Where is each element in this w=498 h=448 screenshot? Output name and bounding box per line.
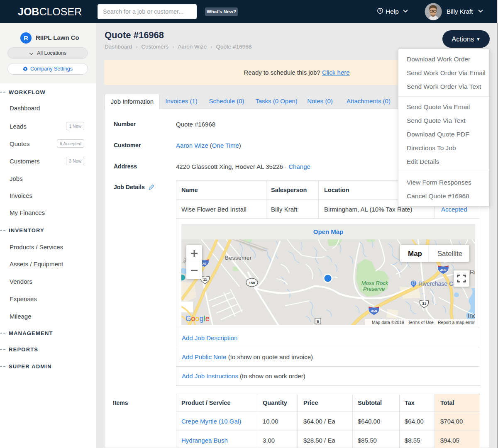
svg-text:Preserve: Preserve	[363, 286, 385, 292]
svg-text:Riverchase Gal: Riverchase Gal	[418, 280, 458, 287]
svg-text:Bessemer: Bessemer	[225, 255, 252, 261]
svg-text:Map data ©2019: Map data ©2019	[372, 320, 404, 325]
svg-text:Terms of Use: Terms of Use	[408, 320, 434, 325]
svg-text:R: R	[24, 34, 28, 41]
svg-text:20: 20	[202, 262, 206, 266]
svg-text:Map: Map	[408, 250, 422, 258]
svg-text:G: G	[186, 314, 191, 323]
svg-text:o: o	[195, 314, 200, 323]
svg-text:e: e	[205, 314, 210, 323]
svg-text:11: 11	[203, 278, 207, 282]
svg-text:l: l	[204, 314, 205, 323]
svg-text:6: 6	[317, 319, 319, 324]
svg-text:459: 459	[440, 268, 446, 272]
svg-text:Ric: Ric	[470, 269, 475, 275]
svg-text:150: 150	[249, 281, 255, 285]
svg-text:Report a map error: Report a map error	[438, 320, 475, 325]
svg-text:Inc: Inc	[468, 312, 475, 319]
svg-text:Satellite: Satellite	[437, 250, 462, 258]
svg-text:Moss Rock: Moss Rock	[361, 280, 389, 286]
svg-text:?: ?	[379, 9, 381, 13]
svg-text:g: g	[200, 314, 204, 323]
svg-text:459: 459	[371, 309, 377, 313]
svg-text:o: o	[191, 314, 195, 323]
svg-text:31: 31	[422, 302, 426, 306]
